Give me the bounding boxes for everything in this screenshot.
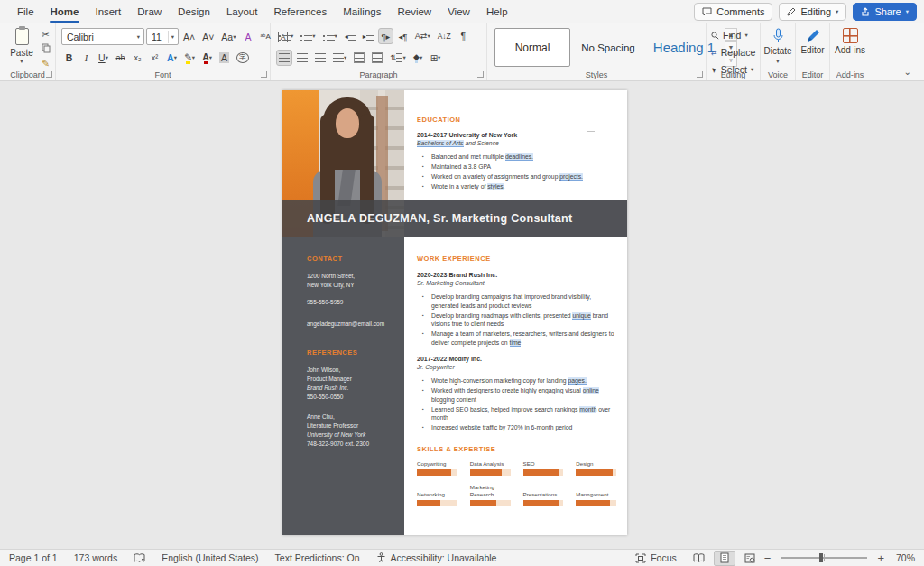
language-indicator[interactable]: English (United States) (153, 552, 266, 563)
addins-button[interactable]: Add-ins (830, 28, 870, 55)
font-color-button[interactable]: A▾ (199, 50, 215, 66)
tab-home[interactable]: Home (42, 0, 88, 23)
enclose-characters-button[interactable]: 字 (234, 50, 252, 66)
align-right-button[interactable] (312, 50, 328, 66)
document-canvas[interactable]: ANGELA DEGUZMAN, Sr. Marketing Consultan… (0, 81, 924, 549)
align-center-button[interactable] (294, 50, 310, 66)
strikethrough-button[interactable]: ab (113, 50, 128, 66)
shading-button[interactable]: ◆▾ (411, 50, 426, 66)
accessibility-indicator[interactable]: Accessibility: Unavailable (368, 552, 505, 563)
italic-button[interactable]: I (79, 50, 94, 66)
share-button[interactable]: Share ▾ (853, 3, 917, 21)
print-layout-button[interactable] (714, 551, 735, 566)
style-normal[interactable]: Normal (494, 28, 570, 67)
replace-label: Replace (721, 47, 756, 58)
subscript-button[interactable]: x₂ (130, 50, 145, 66)
tab-references[interactable]: References (265, 0, 335, 23)
lines-icon (396, 53, 402, 62)
bold-button[interactable]: B (61, 50, 77, 66)
proofing-status[interactable] (125, 553, 153, 563)
line-spacing-grid-button[interactable] (369, 50, 385, 66)
copy-button[interactable] (38, 42, 53, 55)
word-count[interactable]: 173 words (66, 552, 125, 563)
tab-view[interactable]: View (439, 0, 478, 23)
styles-dialog-launcher[interactable] (697, 71, 703, 78)
tab-file[interactable]: File (9, 0, 42, 23)
text-segment-suggestion[interactable]: projects. (559, 173, 583, 181)
character-shading-button[interactable]: A (217, 50, 232, 66)
underline-button[interactable]: U▾ (96, 50, 111, 66)
decrease-indent-button[interactable]: ◂ (342, 28, 358, 44)
borders-button[interactable]: ⊞▾ (428, 50, 444, 66)
increase-indent-button[interactable]: ▸ (360, 28, 376, 44)
sort-button[interactable]: A↓Z (435, 28, 454, 44)
skill-item: Networking (417, 484, 457, 506)
change-case-button[interactable]: Aa▾ (218, 29, 238, 45)
show-formatting-button[interactable]: ¶ (456, 28, 471, 44)
editing-mode-button[interactable]: Editing ▾ (779, 3, 846, 21)
tab-design[interactable]: Design (170, 0, 218, 23)
justify-button[interactable]: ▾ (330, 50, 349, 66)
text-segment-suggestion[interactable]: online (583, 387, 599, 394)
editor-button[interactable]: Editor (796, 28, 829, 55)
document-page[interactable]: ANGELA DEGUZMAN, Sr. Marketing Consultan… (282, 90, 627, 535)
text-segment-suggestion[interactable]: Bachelors of Arts (417, 140, 464, 147)
tab-review[interactable]: Review (389, 0, 439, 23)
style-no-spacing[interactable]: No Spacing (570, 28, 646, 67)
education-bullets: Balanced and met multiple deadlines. Mai… (417, 153, 616, 191)
find-button[interactable]: Find ▾ (711, 27, 748, 43)
tab-layout[interactable]: Layout (218, 0, 266, 23)
shrink-font-icon: A˅ (202, 32, 214, 42)
comments-button[interactable]: Comments (694, 3, 772, 21)
text-segment-suggestion[interactable]: unique (572, 312, 590, 320)
clipboard-dialog-launcher[interactable] (46, 71, 52, 78)
focus-button[interactable]: Focus (627, 552, 685, 563)
clear-formatting-button[interactable]: A (240, 29, 255, 45)
page-indicator[interactable]: Page 1 of 1 (9, 552, 66, 563)
tab-draw[interactable]: Draw (129, 0, 170, 23)
shrink-font-button[interactable]: A˅ (199, 29, 217, 45)
font-dialog-launcher[interactable] (261, 71, 267, 78)
highlight-color-button[interactable]: ✎▾ (181, 50, 198, 66)
dictate-button[interactable]: Dictate ▾ (761, 28, 795, 65)
text-segment-suggestion[interactable]: deadlines. (505, 153, 533, 161)
chevron-down-icon: ▾ (438, 54, 440, 61)
text-predictions-indicator[interactable]: Text Predictions: On (267, 552, 368, 563)
zoom-level[interactable]: 70% (888, 552, 915, 563)
zoom-out-button[interactable]: − (764, 552, 772, 565)
superscript-button[interactable]: x² (147, 50, 162, 66)
font-name-combobox[interactable]: Calibri ▾ (61, 28, 144, 45)
grow-font-button[interactable]: A˄ (180, 29, 198, 45)
tab-insert[interactable]: Insert (87, 0, 129, 23)
zoom-slider-thumb[interactable] (819, 553, 823, 562)
format-painter-button[interactable]: ✎ (38, 56, 53, 70)
bullets-button[interactable]: ▾ (276, 28, 296, 44)
editor-label: Editor (800, 45, 824, 55)
web-layout-button[interactable] (739, 551, 761, 566)
accessibility-person-icon (376, 552, 386, 563)
numbering-button[interactable]: ▾ (298, 28, 318, 44)
tab-help[interactable]: Help (478, 0, 516, 23)
asian-layout-button[interactable]: A⇄▾ (412, 28, 433, 44)
collapse-ribbon-button[interactable]: ⌄ (904, 67, 911, 77)
tab-mailings[interactable]: Mailings (335, 0, 389, 23)
text-segment-suggestion[interactable]: styles. (487, 183, 504, 190)
read-mode-button[interactable] (688, 551, 710, 566)
text-segment-suggestion[interactable]: time (510, 339, 522, 347)
text-segment-suggestion[interactable]: pages. (568, 377, 586, 385)
rtl-direction-button[interactable]: ◂¶ (395, 28, 411, 44)
distribute-button[interactable] (351, 50, 367, 66)
align-left-button[interactable] (276, 50, 292, 66)
replace-button[interactable]: ⇄ Replace (711, 44, 755, 60)
ltr-direction-button[interactable]: ¶▸ (378, 28, 393, 44)
text-segment-suggestion[interactable]: month (579, 406, 596, 413)
paragraph-group: ▾ ▾ ▾ ◂ ▸ ¶▸ ◂¶ A⇄▾ A↓Z ¶ ▾ ⇅▾ ◆▾ ⊞▾ Par… (271, 23, 487, 80)
multilevel-list-button[interactable]: ▾ (320, 28, 340, 44)
line-spacing-button[interactable]: ⇅▾ (387, 50, 408, 66)
zoom-slider[interactable] (781, 557, 867, 559)
paragraph-dialog-launcher[interactable] (477, 71, 484, 78)
font-size-combobox[interactable]: 11 ▾ (146, 28, 179, 45)
text-effects-button[interactable]: A▾ (164, 50, 180, 66)
zoom-in-button[interactable]: + (877, 552, 884, 565)
cut-button[interactable]: ✂ (38, 27, 53, 41)
